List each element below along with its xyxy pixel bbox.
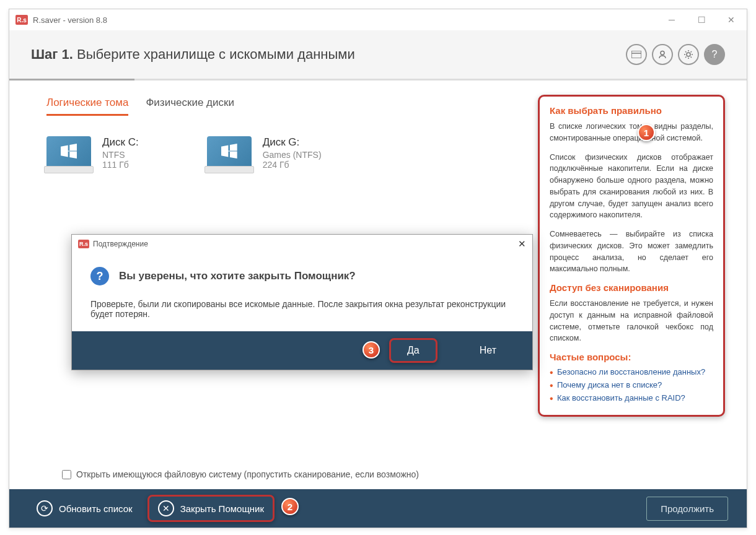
disk-info: Диск G: Games (NTFS) 224 Гб	[263, 136, 322, 170]
page-title: Шаг 1. Выберите хранилище с искомыми дан…	[31, 46, 626, 63]
help-icon[interactable]: ?	[704, 44, 725, 65]
footer-bar: ⟳ Обновить список ✕ Закрыть Помощник 2 П…	[9, 489, 747, 528]
disk-icon	[46, 136, 91, 175]
refresh-label: Обновить список	[59, 503, 133, 514]
skip-scan-checkbox-row: Открыть имеющуюся файловую систему (проп…	[62, 469, 419, 479]
dialog-question: Вы уверены, что хотите закрыть Помощник?	[119, 270, 356, 282]
help-heading: Частые вопросы:	[550, 352, 713, 362]
close-assistant-button[interactable]: ✕ Закрыть Помощник 2	[147, 495, 275, 522]
continue-button[interactable]: Продолжить	[646, 497, 728, 521]
dialog-message: Проверьте, были ли скопированы все иском…	[90, 299, 514, 319]
no-button[interactable]: Нет	[461, 339, 515, 362]
disk-name: Диск C:	[102, 136, 139, 149]
tab-physical-disks[interactable]: Физические диски	[146, 92, 234, 116]
step-number: Шаг 1.	[31, 46, 73, 62]
dialog-logo: R.s	[78, 240, 89, 248]
app-logo: R.s	[15, 15, 28, 25]
refresh-icon: ⟳	[37, 500, 53, 516]
page-header: Шаг 1. Выберите хранилище с искомыми дан…	[9, 30, 747, 79]
close-icon: ✕	[158, 500, 174, 516]
disk-item[interactable]: Диск C: NTFS 111 Гб	[46, 136, 139, 175]
disk-size: 224 Гб	[263, 160, 322, 170]
yes-button[interactable]: Да 3	[389, 338, 437, 363]
faq-list: Безопасно ли восстановление данных? Поче…	[550, 367, 713, 402]
annotation-badge-1: 1	[638, 124, 655, 141]
step-description: Выберите хранилище с искомыми данными	[73, 46, 355, 62]
tabs: Логические тома Физические диски	[46, 92, 527, 116]
svg-point-2	[661, 51, 664, 55]
minimize-button[interactable]: ─	[662, 11, 681, 29]
faq-link[interactable]: Безопасно ли восстановление данных?	[557, 367, 713, 376]
disk-list: Диск C: NTFS 111 Гб Диск G: Games (NTFS)…	[46, 136, 527, 175]
titlebar: R.s R.saver - version 8.8 ─ ☐ ✕	[9, 9, 747, 30]
skip-scan-checkbox[interactable]	[62, 470, 71, 479]
disk-icon	[207, 136, 252, 175]
disk-item[interactable]: Диск G: Games (NTFS) 224 Гб	[207, 136, 322, 175]
window-title: R.saver - version 8.8	[33, 15, 662, 25]
dialog-footer: Да 3 Нет	[72, 331, 532, 370]
skip-scan-label: Открыть имеющуюся файловую систему (проп…	[76, 469, 419, 479]
help-paragraph: Если восстановление не требуется, и нуже…	[550, 298, 713, 344]
disk-info: Диск C: NTFS 111 Гб	[102, 136, 139, 170]
question-icon: ?	[90, 267, 109, 285]
annotation-badge-3: 3	[363, 341, 380, 359]
close-window-button[interactable]: ✕	[722, 11, 741, 29]
svg-rect-0	[631, 51, 641, 58]
gear-icon[interactable]	[678, 44, 699, 65]
help-paragraph: В списке логических томов видны разделы,…	[550, 121, 713, 144]
header-toolbar: ?	[626, 44, 725, 65]
yes-label: Да	[407, 345, 420, 355]
disk-size: 111 Гб	[102, 160, 139, 170]
dialog-title-text: Подтверждение	[93, 240, 148, 248]
disk-filesystem: NTFS	[102, 150, 139, 160]
faq-link[interactable]: Почему диска нет в списке?	[557, 380, 713, 389]
disk-name: Диск G:	[263, 136, 322, 149]
dialog-titlebar: R.s Подтверждение ✕	[72, 235, 532, 253]
help-heading: Как выбрать правильно	[550, 105, 713, 116]
annotation-badge-2: 2	[281, 498, 299, 515]
user-icon[interactable]	[652, 44, 673, 65]
tab-logical-volumes[interactable]: Логические тома	[46, 92, 128, 116]
window-controls: ─ ☐ ✕	[662, 11, 741, 29]
close-assistant-label: Закрыть Помощник	[180, 503, 264, 514]
card-icon[interactable]	[626, 44, 647, 65]
confirm-dialog: R.s Подтверждение ✕ ? Вы уверены, что хо…	[71, 234, 533, 370]
dialog-close-button[interactable]: ✕	[518, 238, 526, 250]
dialog-body: ? Вы уверены, что хотите закрыть Помощни…	[72, 253, 532, 331]
refresh-button[interactable]: ⟳ Обновить список	[28, 494, 141, 523]
help-paragraph: Список физических дисков отображает подк…	[550, 152, 713, 222]
help-paragraph: Сомневаетесь — выбирайте из списка физич…	[550, 228, 713, 275]
faq-link[interactable]: Как восстановить данные с RAID?	[557, 393, 713, 402]
help-panel: Как выбрать правильно В списке логически…	[538, 95, 725, 417]
svg-point-3	[687, 53, 690, 56]
maximize-button[interactable]: ☐	[692, 11, 711, 29]
dialog-question-row: ? Вы уверены, что хотите закрыть Помощни…	[90, 267, 514, 285]
help-heading: Доступ без сканирования	[550, 282, 713, 293]
disk-filesystem: Games (NTFS)	[263, 150, 322, 160]
